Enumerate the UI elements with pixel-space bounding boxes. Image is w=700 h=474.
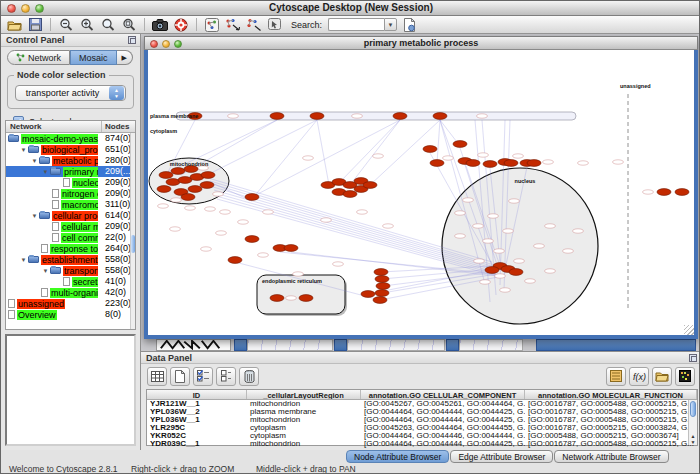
resize-grip-icon[interactable]	[684, 325, 694, 335]
float-panel-icon[interactable]	[128, 36, 136, 44]
gene-node[interactable]	[430, 160, 444, 167]
tree-scrollbar[interactable]	[130, 133, 135, 329]
gene-node[interactable]	[483, 161, 497, 168]
tree-row[interactable]: ▼biological_process651(0)	[6, 144, 135, 155]
gene-node[interactable]	[171, 168, 185, 175]
background-window-corner[interactable]	[334, 339, 347, 351]
gene-node[interactable]	[188, 186, 202, 193]
gene-node[interactable]	[159, 172, 173, 179]
tree-col-nodes[interactable]: Nodes	[102, 121, 135, 132]
background-window-preview[interactable]	[247, 339, 333, 351]
table-scrollbar[interactable]: ▲▼	[688, 400, 697, 445]
tab-node-attribute-browser[interactable]: Node Attribute Browser	[346, 450, 449, 463]
help-icon[interactable]	[172, 17, 190, 33]
tree-row[interactable]: unassigned223(0)	[6, 298, 135, 309]
table-row[interactable]: YDR039C__1mitochondrion[GO:0044464, GO:0…	[147, 440, 697, 448]
tree-row[interactable]: ▼establishment of lo558(0)	[6, 254, 135, 265]
network-window-titlebar[interactable]: primary metabolic process	[144, 36, 698, 50]
gene-node[interactable]	[284, 245, 298, 252]
gene-node[interactable]	[228, 257, 242, 264]
network-canvas[interactable]: plasma membranecytoplasmmitochondrionnuc…	[144, 50, 698, 339]
gene-node[interactable]	[361, 291, 375, 298]
table-column-header[interactable]: ID	[147, 390, 247, 399]
gene-node[interactable]	[423, 146, 437, 153]
gene-node[interactable]	[374, 269, 388, 276]
search-settings-icon[interactable]	[400, 17, 418, 33]
zoom-fit-icon[interactable]	[120, 17, 138, 33]
expand-network-icon[interactable]	[245, 17, 263, 33]
table-row[interactable]: YJR121W__1mitochondrion[GO:0045267, GO:0…	[147, 400, 697, 408]
background-window-preview[interactable]	[347, 339, 445, 351]
tree-row[interactable]: secretion41(0)	[6, 276, 135, 287]
gene-node[interactable]	[375, 276, 389, 283]
background-window-corner[interactable]	[446, 339, 459, 351]
gene-node[interactable]	[270, 113, 284, 120]
gene-node[interactable]	[343, 191, 357, 198]
gene-node[interactable]	[299, 295, 313, 302]
background-window-preview[interactable]	[459, 339, 523, 351]
tree-expander-icon[interactable]: ▼	[41, 169, 50, 175]
tree-row[interactable]: ▼primary metabo209(...	[6, 166, 135, 177]
gene-node[interactable]	[375, 290, 389, 297]
select-all-attributes-icon[interactable]	[193, 367, 213, 386]
gene-node[interactable]	[453, 141, 467, 148]
table-scrollbar-arrows[interactable]: ▲▼	[689, 433, 697, 445]
delete-attribute-icon[interactable]	[239, 367, 259, 386]
tab-network-attribute-browser[interactable]: Network Attribute Browser	[554, 450, 668, 463]
select-first-neighbors-icon[interactable]	[224, 17, 242, 33]
tree-scrollbar-thumb[interactable]	[131, 235, 135, 253]
gene-node[interactable]	[200, 182, 214, 189]
tree-row[interactable]: nitrogen compo209(0)	[6, 188, 135, 199]
tree-expander-icon[interactable]: ▼	[41, 268, 50, 274]
background-window-titlebar[interactable]	[536, 339, 696, 351]
tree-row[interactable]: cellular metabol209(0)	[6, 221, 135, 232]
tree-expander-icon[interactable]: ▼	[19, 147, 28, 153]
gene-node[interactable]	[675, 189, 689, 196]
table-column-header[interactable]: annotation.GO MOLECULAR_FUNCTION	[525, 390, 697, 399]
table-row[interactable]: YLR295Ccytoplasm[GO:0045263, GO:0044464,…	[147, 424, 697, 432]
tree-row[interactable]: nucleobase-209(0)	[6, 177, 135, 188]
search-input[interactable]	[328, 18, 384, 31]
tab-mosaic[interactable]: Mosaic	[70, 50, 117, 65]
tab-network[interactable]: Network	[7, 50, 70, 65]
gene-node[interactable]	[504, 160, 518, 167]
zoom-out-icon[interactable]	[57, 17, 75, 33]
tree-row[interactable]: ▼cellular process614(0)	[6, 210, 135, 221]
gene-node[interactable]	[245, 194, 259, 201]
annotation-tool-icon[interactable]	[266, 17, 284, 33]
gene-node[interactable]	[201, 172, 215, 179]
table-row[interactable]: YKR052Ccytoplasm[GO:0044464, GO:0044446,…	[147, 432, 697, 440]
tab-overflow-arrow[interactable]: ▶	[117, 50, 133, 65]
table-row[interactable]: YPL036W__2plasma membrane[GO:0044464, GO…	[147, 408, 697, 416]
table-scrollbar-thumb[interactable]	[690, 401, 696, 417]
tree-expander-icon[interactable]: ▼	[19, 257, 28, 263]
search-dropdown-arrow[interactable]: ▼	[384, 18, 397, 31]
snapshot-icon[interactable]	[151, 17, 169, 33]
network-graph[interactable]: plasma membranecytoplasmmitochondrionnuc…	[148, 50, 694, 335]
import-attributes-icon[interactable]	[652, 367, 672, 386]
gene-node[interactable]	[270, 295, 284, 302]
new-attribute-icon[interactable]	[170, 367, 190, 386]
gene-node[interactable]	[509, 269, 523, 276]
table-column-header[interactable]: _cellularLayoutRegion	[247, 390, 361, 399]
zoom-in-icon[interactable]	[78, 17, 96, 33]
tree-row[interactable]: mosaic-demo-yeast874(0)	[6, 133, 135, 144]
select-attributes-icon[interactable]	[147, 367, 167, 386]
open-icon[interactable]	[5, 17, 23, 33]
tree-row[interactable]: multi-organism pro42(0)	[6, 287, 135, 298]
unselect-all-attributes-icon[interactable]	[216, 367, 236, 386]
node-color-combo[interactable]: transporter activity ▲▼	[15, 85, 126, 101]
birdseye-view-panel[interactable]	[5, 334, 136, 446]
table-row[interactable]: YPL036W__1mitochondrion[GO:0044464, GO:0…	[147, 416, 697, 424]
formula-builder-icon[interactable]: f(x)	[629, 367, 649, 386]
background-window-corner[interactable]	[234, 339, 247, 351]
gene-node[interactable]	[363, 182, 377, 189]
attribute-matrix-icon[interactable]	[675, 367, 695, 386]
gene-node[interactable]	[433, 113, 447, 120]
gene-node[interactable]	[157, 186, 171, 193]
tree-expander-icon[interactable]: ▼	[30, 213, 39, 219]
tree-row[interactable]: ▼transport558(0)	[6, 265, 135, 276]
tree-expander-icon[interactable]: ▼	[30, 158, 39, 164]
float-panel-icon[interactable]	[689, 354, 697, 362]
gene-node[interactable]	[310, 113, 324, 120]
